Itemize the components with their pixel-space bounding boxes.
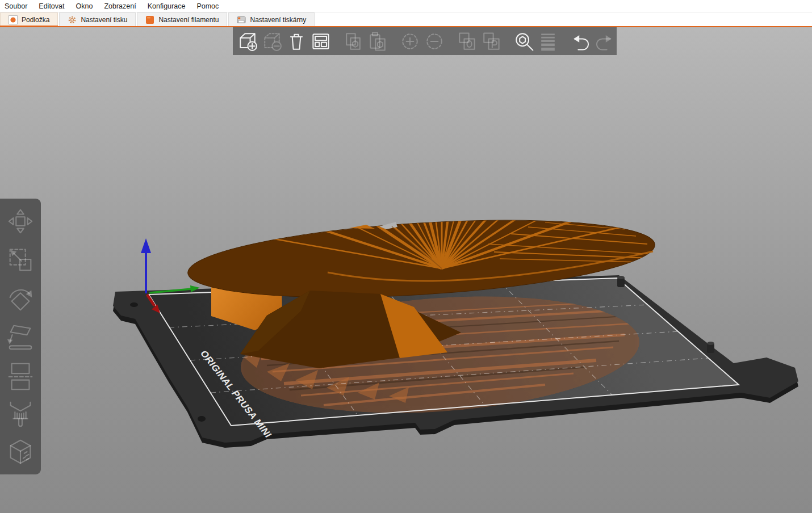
printer-settings-icon: [237, 15, 246, 24]
axis-z: [141, 238, 151, 293]
delete-all-button[interactable]: [285, 30, 308, 53]
redo-button[interactable]: [593, 30, 616, 53]
copy-button[interactable]: [342, 30, 365, 53]
seam-cube-icon: [5, 436, 36, 467]
rotate-tool-button[interactable]: [5, 282, 36, 314]
top-toolbar: [233, 27, 617, 55]
print-settings-icon: [68, 15, 77, 24]
undo-button[interactable]: [569, 30, 592, 53]
filament-settings-icon: [145, 15, 154, 24]
paint-supports-tool-button[interactable]: [5, 397, 36, 429]
left-toolbar: [0, 199, 41, 474]
cut-tool-button[interactable]: [5, 359, 36, 391]
delete-button[interactable]: [261, 30, 283, 53]
remove-instance-button[interactable]: [423, 30, 446, 53]
paste-icon: [366, 30, 389, 53]
scale-tool-button[interactable]: [5, 244, 36, 276]
copy-icon: [342, 30, 365, 53]
tab-nastaveni-tisku[interactable]: Nastavení tisku: [59, 12, 136, 26]
variable-layer-height-button[interactable]: [537, 30, 559, 53]
model-disc: [186, 27, 690, 309]
add-button[interactable]: [236, 30, 259, 53]
tab-podlozka[interactable]: Podložka: [0, 12, 58, 26]
add-instance-button[interactable]: [399, 30, 421, 53]
menu-editovat[interactable]: Editovat: [35, 2, 72, 10]
3d-viewport[interactable]: ORIGINAL PRUSA MINI: [0, 27, 812, 513]
place-on-face-icon: [5, 321, 36, 352]
bed-screw-hole: [198, 416, 206, 422]
trash-icon: [285, 30, 308, 53]
bed-screw-hole: [130, 302, 138, 307]
paste-button[interactable]: [366, 30, 389, 53]
remove-instance-icon: [423, 30, 446, 53]
arrange-button[interactable]: [309, 30, 332, 53]
cut-icon: [5, 360, 36, 390]
menu-konfigurace[interactable]: Konfigurace: [144, 2, 194, 10]
split-objects-icon: [455, 30, 478, 53]
menubar: Soubor Editovat Okno Zobrazení Konfigura…: [0, 0, 812, 12]
add-instance-icon: [399, 30, 421, 53]
menu-soubor[interactable]: Soubor: [1, 2, 35, 10]
place-on-face-tool-button[interactable]: [5, 321, 36, 352]
seam-painting-tool-button[interactable]: [5, 436, 36, 468]
tab-label: Nastavení tiskárny: [250, 16, 306, 24]
search-icon: [512, 30, 535, 53]
add-icon: [236, 30, 259, 53]
split-to-parts-button[interactable]: [480, 30, 503, 53]
search-button[interactable]: [512, 30, 535, 53]
undo-icon: [569, 30, 592, 53]
tabbar: Podložka Nastavení tisku Nastavení filam…: [0, 12, 812, 27]
menu-pomoc[interactable]: Pomoc: [193, 2, 227, 10]
menu-okno[interactable]: Okno: [72, 2, 101, 10]
redo-icon: [593, 30, 616, 53]
move-icon: [5, 206, 36, 237]
tab-label: Nastavení filamentu: [158, 16, 219, 24]
viewport: ORIGINAL PRUSA MINI: [0, 27, 812, 513]
tab-nastaveni-filamentu[interactable]: Nastavení filamentu: [137, 12, 227, 26]
plater-icon: [9, 15, 18, 24]
split-to-objects-button[interactable]: [455, 30, 478, 53]
rotate-icon: [5, 283, 36, 313]
split-parts-icon: [480, 30, 503, 53]
layers-icon: [537, 30, 559, 53]
paint-brush-icon: [5, 398, 36, 428]
delete-icon: [261, 30, 283, 53]
move-tool-button[interactable]: [5, 205, 36, 237]
menu-zobrazeni[interactable]: Zobrazení: [101, 2, 144, 10]
arrange-icon: [309, 30, 332, 53]
scale-icon: [5, 245, 36, 275]
tab-label: Podložka: [22, 16, 49, 24]
tab-label: Nastavení tisku: [81, 16, 127, 24]
tab-nastaveni-tiskarny[interactable]: Nastavení tiskárny: [228, 12, 315, 26]
